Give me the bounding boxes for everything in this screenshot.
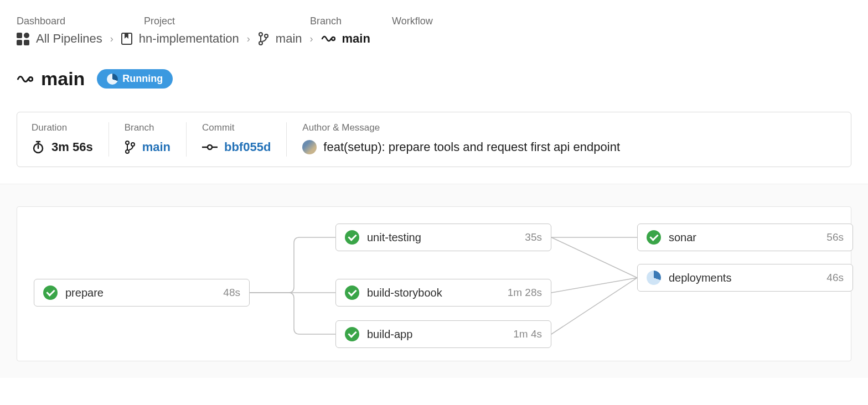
meta-value: 3m 56s <box>32 140 93 154</box>
avatar <box>302 140 317 154</box>
project-icon <box>121 33 132 45</box>
workflow-graph: prepare 48s unit-testing 35s build-story… <box>17 206 851 361</box>
workflow-meta-card: Duration 3m 56s Branch main <box>17 112 851 167</box>
running-icon <box>647 271 661 285</box>
meta-commit: Commit bbf055d <box>202 122 287 157</box>
workflow-icon <box>321 33 335 44</box>
breadcrumb-all-pipelines[interactable]: All Pipelines <box>17 32 102 46</box>
svg-point-4 <box>29 77 33 81</box>
branch-icon <box>125 141 136 154</box>
success-icon <box>345 327 359 341</box>
meta-author-message: Author & Message feat(setup): prepare to… <box>302 122 836 157</box>
chevron-right-icon: › <box>247 33 250 45</box>
dashboard-icon <box>17 33 29 45</box>
success-icon <box>345 230 359 245</box>
breadcrumb-labels: Dashboard Project Branch Workflow <box>17 15 851 27</box>
job-duration: 46s <box>826 272 844 284</box>
meta-duration: Duration 3m 56s <box>32 122 109 157</box>
workflow-name: main <box>41 68 85 90</box>
page-title-row: main Running <box>17 68 851 90</box>
job-name: sonar <box>669 231 819 244</box>
commit-message: feat(setup): prepare tools and request f… <box>302 140 620 154</box>
svg-point-0 <box>259 33 262 36</box>
workflow-graph-panel: prepare 48s unit-testing 35s build-story… <box>0 184 868 378</box>
job-name: build-app <box>367 328 505 341</box>
meta-label: Commit <box>202 122 271 133</box>
stopwatch-icon <box>32 141 45 154</box>
job-duration: 35s <box>525 231 542 243</box>
breadcrumb-project[interactable]: hn-implementation <box>121 32 239 46</box>
workflow-icon <box>17 72 33 86</box>
svg-point-6 <box>126 141 129 144</box>
job-node-deployments[interactable]: deployments 46s <box>637 264 853 292</box>
branch-link[interactable]: main <box>125 140 170 154</box>
breadcrumb: All Pipelines › hn-implementation › main… <box>17 32 851 46</box>
status-text: Running <box>122 73 163 85</box>
chevron-right-icon: › <box>310 33 313 45</box>
svg-point-8 <box>131 143 135 146</box>
running-icon <box>107 74 118 85</box>
breadcrumb-branch[interactable]: main <box>258 32 302 46</box>
job-duration: 1m 28s <box>508 287 542 299</box>
job-node-prepare[interactable]: prepare 48s <box>34 279 250 307</box>
svg-point-9 <box>208 145 212 149</box>
job-node-build-app[interactable]: build-app 1m 4s <box>335 320 551 348</box>
status-badge: Running <box>97 69 173 89</box>
bc-label-branch: Branch <box>310 15 392 27</box>
bc-label-project: Project <box>144 15 310 27</box>
branch-icon <box>258 32 269 45</box>
svg-point-7 <box>126 150 129 153</box>
breadcrumb-text: main <box>342 32 370 46</box>
job-node-sonar[interactable]: sonar 56s <box>637 224 853 251</box>
svg-point-1 <box>259 41 262 45</box>
job-name: unit-testing <box>367 231 517 244</box>
commit-link[interactable]: bbf055d <box>202 140 271 154</box>
chevron-right-icon: › <box>110 33 113 45</box>
job-duration: 48s <box>223 287 240 299</box>
success-icon <box>647 230 661 245</box>
job-name: deployments <box>669 272 819 284</box>
page-title: main <box>17 68 85 90</box>
breadcrumb-text: main <box>276 32 302 46</box>
breadcrumb-text: hn-implementation <box>139 32 239 46</box>
commit-icon <box>202 143 218 151</box>
job-node-build-storybook[interactable]: build-storybook 1m 28s <box>335 279 551 307</box>
success-icon <box>43 285 58 300</box>
svg-point-2 <box>265 34 268 38</box>
meta-branch: Branch main <box>125 122 187 157</box>
bc-label-dashboard: Dashboard <box>17 15 144 27</box>
meta-label: Duration <box>32 122 93 133</box>
svg-point-3 <box>332 37 335 40</box>
job-node-unit-testing[interactable]: unit-testing 35s <box>335 224 551 251</box>
bc-label-workflow: Workflow <box>392 15 433 27</box>
job-name: prepare <box>65 287 215 299</box>
success-icon <box>345 285 359 300</box>
breadcrumb-text: All Pipelines <box>36 32 102 46</box>
breadcrumb-workflow: main <box>321 32 370 46</box>
meta-label: Author & Message <box>302 122 836 133</box>
job-name: build-storybook <box>367 287 500 299</box>
meta-label: Branch <box>125 122 170 133</box>
job-duration: 56s <box>826 231 844 243</box>
job-duration: 1m 4s <box>513 328 542 340</box>
